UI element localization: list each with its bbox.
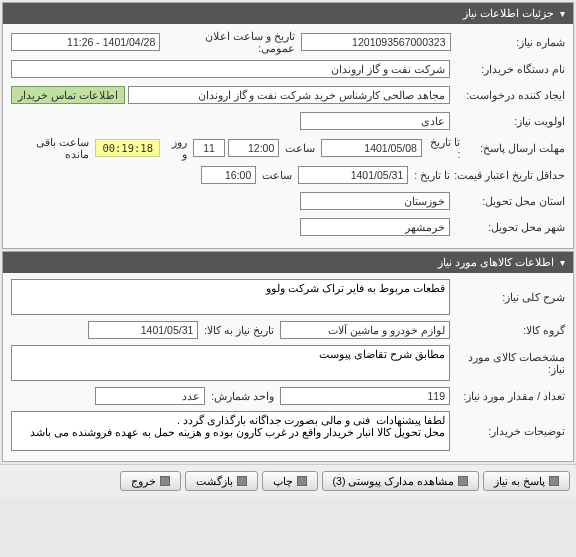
action-button-bar: پاسخ به نیاز مشاهده مدارک پیوستی (3) چاپ…	[0, 464, 576, 497]
creator-label: ایجاد کننده درخواست:	[450, 89, 565, 101]
attach-label: مشاهده مدارک پیوستی (3)	[333, 475, 455, 487]
back-label: بازگشت	[196, 475, 233, 487]
days-and-label: روز و	[160, 136, 193, 160]
reply-label: پاسخ به نیاز	[494, 475, 545, 487]
print-icon	[297, 476, 307, 486]
panel1-body: شماره نیاز: 1201093567000323 تاریخ و ساع…	[3, 24, 573, 248]
row-group: گروه کالا: لوازم خودرو و ماشین آلات تاری…	[11, 319, 565, 341]
valid-time-label: ساعت	[256, 169, 298, 181]
row-province: استان محل تحویل: خوزستان	[11, 190, 565, 212]
need-details-panel: ▾ جزئیات اطلاعات نیاز شماره نیاز: 120109…	[2, 2, 574, 249]
row-deadline: مهلت ارسال پاسخ: تا تاریخ : 1401/05/08 س…	[11, 136, 565, 160]
spec-label: مشخصات کالای مورد نیاز:	[450, 351, 565, 375]
notes-label: توضیحات خریدار:	[450, 425, 565, 437]
desc-value	[11, 279, 450, 315]
panel1-header[interactable]: ▾ جزئیات اطلاعات نیاز	[3, 3, 573, 24]
req-no-value: 1201093567000323	[301, 33, 450, 51]
buyer-label: نام دستگاه خریدار:	[450, 63, 565, 75]
desc-label: شرح کلی نیاز:	[450, 291, 565, 303]
row-city: شهر محل تحویل: خرمشهر	[11, 216, 565, 238]
city-label: شهر محل تحویل:	[450, 221, 565, 233]
deadline-label: مهلت ارسال پاسخ:	[460, 142, 565, 154]
panel2-header[interactable]: ▾ اطلاعات کالاهای مورد نیاز	[3, 252, 573, 273]
valid-time: 16:00	[201, 166, 256, 184]
print-label: چاپ	[273, 475, 293, 487]
days-remaining: 11	[193, 139, 226, 157]
row-buyer: نام دستگاه خریدار: شرکت نفت و گاز اروندا…	[11, 58, 565, 80]
need-date-value: 1401/05/31	[88, 321, 198, 339]
unit-label: واحد شمارش:	[205, 390, 280, 402]
back-icon	[237, 476, 247, 486]
attach-icon	[458, 476, 468, 486]
row-req-no: شماره نیاز: 1201093567000323 تاریخ و ساع…	[11, 30, 565, 54]
req-no-label: شماره نیاز:	[451, 36, 565, 48]
priority-value: عادی	[300, 112, 450, 130]
valid-to-label: تا تاریخ :	[408, 169, 450, 181]
collapse-icon: ▾	[560, 8, 565, 19]
print-button[interactable]: چاپ	[262, 471, 318, 491]
deadline-time: 12:00	[228, 139, 279, 157]
spec-value	[11, 345, 450, 381]
contact-buyer-button[interactable]: اطلاعات تماس خریدار	[11, 86, 125, 104]
exit-button[interactable]: خروج	[120, 471, 181, 491]
row-priority: اولویت نیاز: عادی	[11, 110, 565, 132]
deadline-date: 1401/05/08	[321, 139, 422, 157]
exit-icon	[160, 476, 170, 486]
row-qty: تعداد / مقدار مورد نیاز: 119 واحد شمارش:…	[11, 385, 565, 407]
row-desc: شرح کلی نیاز:	[11, 279, 565, 315]
qty-label: تعداد / مقدار مورد نیاز:	[450, 390, 565, 402]
creator-value: مجاهد صالحی کارشناس خرید شرکت نفت و گاز …	[128, 86, 450, 104]
exit-label: خروج	[131, 475, 156, 487]
announce-value: 1401/04/28 - 11:26	[11, 33, 160, 51]
priority-label: اولویت نیاز:	[450, 115, 565, 127]
valid-date: 1401/05/31	[298, 166, 408, 184]
announce-label: تاریخ و ساعت اعلان عمومی:	[160, 30, 301, 54]
row-spec: مشخصات کالای مورد نیاز:	[11, 345, 565, 381]
notes-value	[11, 411, 450, 451]
city-value: خرمشهر	[300, 218, 450, 236]
buyer-value: شرکت نفت و گاز اروندان	[11, 60, 450, 78]
need-date-label: تاریخ نیاز به کالا:	[198, 324, 280, 336]
row-validity: حداقل تاریخ اعتبار قیمت: تا تاریخ : 1401…	[11, 164, 565, 186]
remain-label: ساعت باقی مانده	[11, 136, 95, 160]
panel1-title: جزئیات اطلاعات نیاز	[463, 7, 554, 20]
countdown-timer: 00:19:18	[95, 139, 160, 157]
reply-button[interactable]: پاسخ به نیاز	[483, 471, 570, 491]
qty-value: 119	[280, 387, 450, 405]
province-value: خوزستان	[300, 192, 450, 210]
unit-value: عدد	[95, 387, 205, 405]
deadline-to-label: تا تاریخ :	[422, 136, 460, 160]
goods-info-panel: ▾ اطلاعات کالاهای مورد نیاز شرح کلی نیاز…	[2, 251, 574, 462]
valid-label: حداقل تاریخ اعتبار قیمت:	[450, 169, 565, 181]
reply-icon	[549, 476, 559, 486]
row-creator: ایجاد کننده درخواست: مجاهد صالحی کارشناس…	[11, 84, 565, 106]
back-button[interactable]: بازگشت	[185, 471, 258, 491]
attachments-button[interactable]: مشاهده مدارک پیوستی (3)	[322, 471, 480, 491]
row-notes: توضیحات خریدار:	[11, 411, 565, 451]
panel2-title: اطلاعات کالاهای مورد نیاز	[438, 256, 554, 269]
group-label: گروه کالا:	[450, 324, 565, 336]
panel2-body: شرح کلی نیاز: گروه کالا: لوازم خودرو و م…	[3, 273, 573, 461]
group-value: لوازم خودرو و ماشین آلات	[280, 321, 450, 339]
province-label: استان محل تحویل:	[450, 195, 565, 207]
collapse-icon: ▾	[560, 257, 565, 268]
deadline-time-label: ساعت	[279, 142, 321, 154]
